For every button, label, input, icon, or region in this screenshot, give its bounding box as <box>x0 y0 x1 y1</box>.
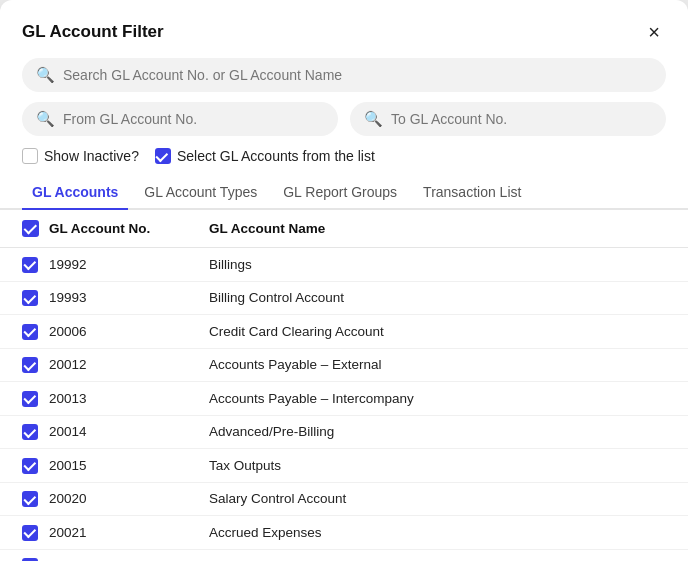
search-row: 🔍 <box>0 58 688 102</box>
tabs-row: GL Accounts GL Account Types GL Report G… <box>0 176 688 210</box>
row-checkbox-cell <box>0 549 49 561</box>
table-row: 19992 Billings <box>0 248 688 282</box>
row-checkbox-2[interactable] <box>22 324 38 340</box>
row-account-name: Tax Outputs <box>209 449 688 483</box>
row-account-no: 19993 <box>49 281 209 315</box>
range-row: 🔍 🔍 <box>0 102 688 148</box>
gl-account-filter-modal: GL Account Filter × 🔍 🔍 🔍 Show Inactive?… <box>0 0 688 561</box>
row-account-no: 20020 <box>49 482 209 516</box>
row-checkbox-5[interactable] <box>22 424 38 440</box>
table-row: 20006 Credit Card Clearing Account <box>0 315 688 349</box>
table-body: 19992 Billings 19993 Billing Control Acc… <box>0 248 688 562</box>
select-from-list-checkbox[interactable] <box>155 148 171 164</box>
row-checkbox-cell <box>0 415 49 449</box>
row-checkbox-7[interactable] <box>22 491 38 507</box>
tab-gl-accounts[interactable]: GL Accounts <box>22 176 128 210</box>
row-checkbox-3[interactable] <box>22 357 38 373</box>
row-checkbox-0[interactable] <box>22 257 38 273</box>
table-row: 20013 Accounts Payable – Intercompany <box>0 382 688 416</box>
table-row: 20022 Deferred Revenue – Fees <box>0 549 688 561</box>
row-checkbox-6[interactable] <box>22 458 38 474</box>
tab-gl-account-types[interactable]: GL Account Types <box>134 176 267 210</box>
row-checkbox-cell <box>0 248 49 282</box>
show-inactive-checkbox[interactable] <box>22 148 38 164</box>
table-container: GL Account No. GL Account Name 19992 Bil… <box>0 210 688 561</box>
modal-title: GL Account Filter <box>22 22 164 42</box>
row-account-no: 20021 <box>49 516 209 550</box>
row-account-name: Deferred Revenue – Fees <box>209 549 688 561</box>
from-search-icon: 🔍 <box>36 110 55 128</box>
tab-gl-report-groups[interactable]: GL Report Groups <box>273 176 407 210</box>
row-account-no: 20022 <box>49 549 209 561</box>
row-checkbox-1[interactable] <box>22 290 38 306</box>
row-account-name: Accrued Expenses <box>209 516 688 550</box>
row-account-no: 20012 <box>49 348 209 382</box>
row-account-name: Salary Control Account <box>209 482 688 516</box>
table-row: 20021 Accrued Expenses <box>0 516 688 550</box>
show-inactive-label[interactable]: Show Inactive? <box>22 148 139 164</box>
options-row: Show Inactive? Select GL Accounts from t… <box>0 148 688 176</box>
row-account-no: 19992 <box>49 248 209 282</box>
row-checkbox-4[interactable] <box>22 391 38 407</box>
table-row: 19993 Billing Control Account <box>0 281 688 315</box>
row-checkbox-cell <box>0 449 49 483</box>
search-icon: 🔍 <box>36 66 55 84</box>
row-account-no: 20014 <box>49 415 209 449</box>
main-search-input[interactable] <box>63 67 652 83</box>
row-account-name: Credit Card Clearing Account <box>209 315 688 349</box>
header-account-name: GL Account Name <box>209 210 688 248</box>
gl-accounts-table: GL Account No. GL Account Name 19992 Bil… <box>0 210 688 561</box>
select-from-list-label[interactable]: Select GL Accounts from the list <box>155 148 375 164</box>
tab-transaction-list[interactable]: Transaction List <box>413 176 531 210</box>
row-account-name: Accounts Payable – Intercompany <box>209 382 688 416</box>
to-account-input[interactable] <box>391 111 652 127</box>
header-checkbox[interactable] <box>22 220 39 237</box>
row-checkbox-8[interactable] <box>22 525 38 541</box>
to-account-bar: 🔍 <box>350 102 666 136</box>
close-button[interactable]: × <box>642 20 666 44</box>
modal-header: GL Account Filter × <box>0 0 688 58</box>
row-account-no: 20013 <box>49 382 209 416</box>
row-checkbox-cell <box>0 516 49 550</box>
to-search-icon: 🔍 <box>364 110 383 128</box>
row-account-name: Accounts Payable – External <box>209 348 688 382</box>
row-checkbox-cell <box>0 281 49 315</box>
main-search-bar: 🔍 <box>22 58 666 92</box>
row-checkbox-cell <box>0 348 49 382</box>
from-account-input[interactable] <box>63 111 324 127</box>
row-account-name: Billing Control Account <box>209 281 688 315</box>
from-account-bar: 🔍 <box>22 102 338 136</box>
row-checkbox-cell <box>0 315 49 349</box>
row-checkbox-cell <box>0 482 49 516</box>
row-checkbox-cell <box>0 382 49 416</box>
row-account-no: 20015 <box>49 449 209 483</box>
select-from-list-text: Select GL Accounts from the list <box>177 148 375 164</box>
table-row: 20015 Tax Outputs <box>0 449 688 483</box>
row-account-no: 20006 <box>49 315 209 349</box>
header-checkbox-cell <box>0 210 49 248</box>
row-account-name: Advanced/Pre-Billing <box>209 415 688 449</box>
row-account-name: Billings <box>209 248 688 282</box>
table-row: 20014 Advanced/Pre-Billing <box>0 415 688 449</box>
header-account-no: GL Account No. <box>49 210 209 248</box>
table-row: 20012 Accounts Payable – External <box>0 348 688 382</box>
show-inactive-text: Show Inactive? <box>44 148 139 164</box>
table-row: 20020 Salary Control Account <box>0 482 688 516</box>
table-header-row: GL Account No. GL Account Name <box>0 210 688 248</box>
